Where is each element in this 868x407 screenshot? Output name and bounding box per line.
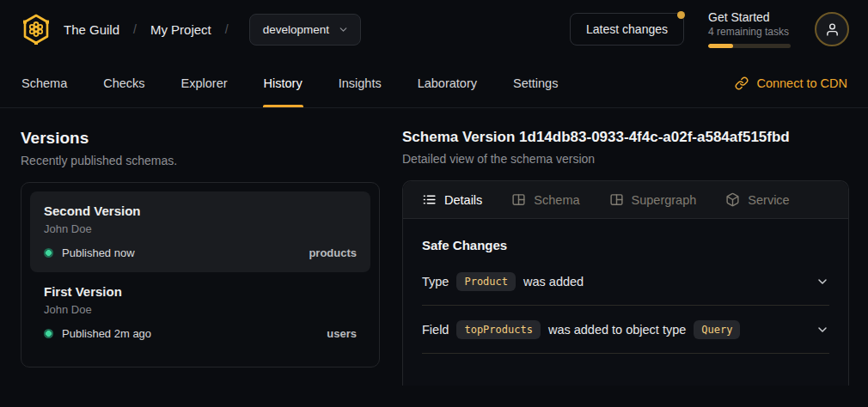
versions-panel: Versions Recently published schemas. Sec… bbox=[21, 129, 380, 386]
user-avatar[interactable] bbox=[815, 12, 849, 46]
columns-icon bbox=[609, 192, 624, 207]
tab-checks[interactable]: Checks bbox=[102, 58, 145, 107]
version-name: First Version bbox=[44, 284, 357, 299]
expand-chevron[interactable] bbox=[816, 275, 829, 289]
list-icon bbox=[422, 192, 437, 207]
version-detail-panel: Schema Version 1d14db83-0933-4f4c-a02f-a… bbox=[402, 129, 849, 386]
cube-icon bbox=[725, 192, 740, 207]
get-started-subtitle: 4 remaining tasks bbox=[708, 26, 791, 38]
change-text: was added to object type bbox=[548, 323, 686, 337]
version-name: Second Version bbox=[44, 204, 357, 218]
detail-tabbar: DetailsSchemaSupergraphService bbox=[403, 181, 848, 219]
tab-schema[interactable]: Schema bbox=[21, 58, 68, 107]
change-text: Type bbox=[422, 275, 449, 289]
guild-hive-logo-icon bbox=[21, 13, 52, 46]
tab-laboratory[interactable]: Laboratory bbox=[417, 58, 478, 107]
detail-tab-service[interactable]: Service bbox=[725, 192, 789, 207]
nav-tabs: SchemaChecksExplorerHistoryInsightsLabor… bbox=[21, 58, 559, 107]
chevron-down-icon bbox=[816, 323, 829, 337]
versions-list: Second VersionJohn DoePublished nowprodu… bbox=[21, 182, 380, 368]
version-detail-card: DetailsSchemaSupergraphService Safe Chan… bbox=[402, 180, 849, 386]
tab-insights[interactable]: Insights bbox=[338, 58, 382, 107]
detail-tab-details[interactable]: Details bbox=[422, 192, 482, 207]
published-time: Published 2m ago bbox=[62, 327, 151, 340]
main-content: Versions Recently published schemas. Sec… bbox=[0, 108, 868, 386]
tab-history[interactable]: History bbox=[263, 58, 303, 107]
expand-chevron[interactable] bbox=[816, 323, 829, 337]
published-status-icon bbox=[44, 329, 53, 338]
detail-tab-label: Schema bbox=[534, 193, 579, 207]
target-selector[interactable]: development bbox=[249, 14, 361, 46]
breadcrumb-org[interactable]: The Guild bbox=[64, 22, 119, 37]
published-status-icon bbox=[44, 248, 53, 258]
breadcrumb-separator: / bbox=[133, 22, 137, 36]
user-icon bbox=[825, 22, 840, 37]
detail-content: Safe Changes TypeProductwas addedFieldto… bbox=[403, 219, 848, 354]
connect-cdn-button[interactable]: Connect to CDN bbox=[735, 58, 847, 107]
breadcrumb-separator: / bbox=[225, 22, 229, 36]
version-item[interactable]: Second VersionJohn DoePublished nowprodu… bbox=[30, 191, 370, 272]
get-started-progress bbox=[708, 44, 791, 48]
link-icon bbox=[735, 76, 749, 90]
code-badge: Product bbox=[456, 272, 516, 291]
version-detail-title: Schema Version 1d14db83-0933-4f4c-a02f-a… bbox=[402, 129, 849, 146]
change-text: Field bbox=[422, 323, 449, 337]
get-started-title: Get Started bbox=[708, 10, 791, 24]
detail-tab-label: Details bbox=[444, 193, 482, 207]
detail-tab-schema[interactable]: Schema bbox=[511, 192, 579, 207]
progress-fill bbox=[708, 44, 733, 48]
get-started-widget[interactable]: Get Started 4 remaining tasks bbox=[708, 10, 791, 48]
detail-tab-label: Service bbox=[748, 193, 789, 207]
detail-tab-label: Supergraph bbox=[632, 193, 697, 207]
version-author: John Doe bbox=[44, 222, 357, 235]
notification-dot bbox=[677, 11, 685, 19]
changes-list: TypeProductwas addedFieldtopProductswas … bbox=[422, 258, 829, 354]
target-selector-value: development bbox=[263, 23, 329, 36]
project-nav: SchemaChecksExplorerHistoryInsightsLabor… bbox=[0, 58, 868, 108]
code-badge: topProducts bbox=[456, 320, 540, 339]
version-item[interactable]: First VersionJohn DoePublished 2m agouse… bbox=[30, 272, 370, 353]
versions-title: Versions bbox=[21, 129, 380, 148]
published-time: Published now bbox=[62, 246, 135, 259]
versions-subtitle: Recently published schemas. bbox=[21, 154, 380, 167]
tab-explorer[interactable]: Explorer bbox=[180, 58, 229, 107]
change-row[interactable]: TypeProductwas added bbox=[422, 258, 829, 306]
connect-cdn-label: Connect to CDN bbox=[756, 76, 847, 90]
latest-changes-button[interactable]: Latest changes bbox=[570, 13, 684, 46]
service-name: products bbox=[309, 246, 357, 259]
breadcrumb-project[interactable]: My Project bbox=[150, 22, 211, 37]
detail-tab-supergraph[interactable]: Supergraph bbox=[609, 192, 697, 207]
change-row[interactable]: FieldtopProductswas added to object type… bbox=[422, 306, 829, 354]
version-detail-subtitle: Detailed view of the schema version bbox=[402, 152, 849, 166]
chevron-down-icon bbox=[816, 275, 829, 289]
columns-icon bbox=[511, 192, 526, 207]
app-header: The Guild / My Project / development Lat… bbox=[0, 0, 868, 58]
version-author: John Doe bbox=[44, 303, 357, 316]
breadcrumb: The Guild / My Project / development bbox=[21, 13, 361, 46]
code-badge: Query bbox=[694, 320, 740, 339]
latest-changes-label: Latest changes bbox=[586, 22, 668, 36]
chevron-down-icon bbox=[338, 24, 349, 35]
service-name: users bbox=[327, 327, 357, 340]
change-text: was added bbox=[523, 275, 584, 289]
changes-section-title: Safe Changes bbox=[422, 238, 829, 252]
tab-settings[interactable]: Settings bbox=[512, 58, 559, 107]
